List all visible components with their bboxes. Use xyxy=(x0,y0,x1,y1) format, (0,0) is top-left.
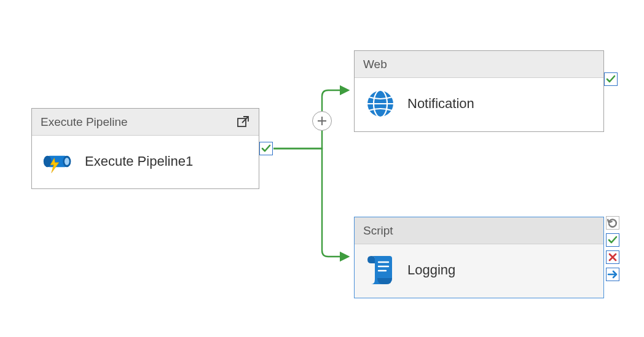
dependency-skip-handle[interactable] xyxy=(606,268,619,281)
globe-icon xyxy=(364,88,396,120)
activity-name: Execute Pipeline1 xyxy=(85,153,193,169)
activity-type-label: Web xyxy=(363,51,387,78)
pipeline-icon xyxy=(42,145,74,177)
connector-exec-to-script xyxy=(273,149,348,257)
svg-point-3 xyxy=(65,158,69,165)
script-icon xyxy=(364,254,396,286)
dependency-success-handle[interactable] xyxy=(259,142,273,155)
dependency-completion-handle[interactable] xyxy=(606,216,619,230)
dependency-success-handle[interactable] xyxy=(604,72,618,86)
dependency-handles-rail xyxy=(606,216,619,281)
activity-header: Web xyxy=(355,51,603,78)
activity-name: Logging xyxy=(407,262,455,278)
activity-header: Execute Pipeline xyxy=(32,109,259,136)
activity-header: Script xyxy=(355,217,603,244)
activity-web[interactable]: Web Notification xyxy=(354,50,604,132)
activity-body: Execute Pipeline1 xyxy=(32,136,259,188)
activity-body: Notification xyxy=(355,78,603,131)
dependency-success-handle[interactable] xyxy=(606,233,619,247)
activity-execute-pipeline[interactable]: Execute Pipeline xyxy=(31,108,259,189)
add-activity-button[interactable] xyxy=(312,111,332,131)
activity-body: Logging xyxy=(355,244,603,297)
connector-exec-to-web xyxy=(273,90,348,149)
open-external-icon[interactable] xyxy=(235,115,250,130)
svg-point-4 xyxy=(44,156,52,168)
dependency-failure-handle[interactable] xyxy=(606,250,619,264)
activity-type-label: Execute Pipeline xyxy=(41,109,128,136)
activity-type-label: Script xyxy=(363,217,393,244)
activity-script[interactable]: Script Logging xyxy=(354,217,604,298)
pipeline-canvas[interactable]: Execute Pipeline xyxy=(0,0,644,337)
activity-name: Notification xyxy=(407,96,474,112)
